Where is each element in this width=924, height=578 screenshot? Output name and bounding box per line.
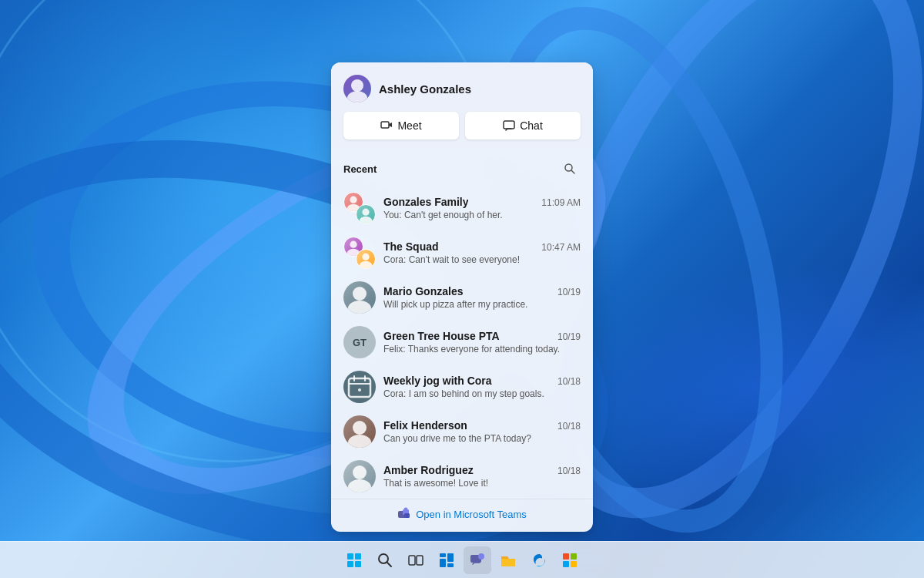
svg-rect-38: [440, 559, 446, 567]
svg-point-20: [358, 388, 361, 391]
avatar: [343, 281, 376, 314]
svg-point-10: [350, 241, 357, 248]
svg-rect-45: [563, 561, 569, 567]
chat-button[interactable]: Chat: [465, 112, 581, 139]
list-item[interactable]: Weekly jog with Cora 10/18 Cora: I am so…: [331, 365, 593, 409]
svg-rect-29: [347, 553, 353, 560]
conv-content: Weekly jog with Cora 10/18 Cora: I am so…: [383, 375, 581, 399]
svg-rect-44: [571, 553, 577, 560]
calendar-icon: [343, 371, 376, 403]
svg-line-5: [571, 170, 574, 173]
conv-preview: Felix: Thanks everyone for attending tod…: [383, 344, 581, 355]
user-name: Ashley Gonzales: [379, 82, 471, 96]
conv-time: 10/19: [557, 331, 581, 342]
svg-point-42: [478, 553, 484, 560]
avatar: [343, 371, 376, 403]
conv-preview: Will pick up pizza after my practice.: [383, 299, 581, 310]
conv-preview: Can you drive me to the PTA today?: [383, 433, 581, 444]
svg-rect-32: [355, 561, 361, 567]
action-buttons: Meet Chat: [331, 112, 593, 149]
conv-name: The Squad: [383, 240, 439, 253]
search-icon: [564, 163, 576, 175]
conv-content: Felix Henderson 10/18 Can you drive me t…: [383, 419, 581, 444]
svg-point-27: [404, 508, 408, 512]
conv-preview: Cora: I am so behind on my step goals.: [383, 388, 581, 399]
list-item[interactable]: GT Green Tree House PTA 10/19 Felix: Tha…: [331, 320, 593, 365]
svg-rect-30: [355, 553, 361, 560]
taskbar: [0, 541, 924, 578]
conv-content: Green Tree House PTA 10/19 Felix: Thanks…: [383, 330, 581, 355]
chat-taskbar-button[interactable]: [464, 546, 491, 574]
conv-name: Gonzales Family: [383, 196, 468, 208]
conv-name: Felix Henderson: [383, 419, 467, 432]
svg-point-24: [348, 479, 371, 492]
svg-point-6: [350, 197, 357, 203]
conv-content: Amber Rodriguez 10/18 That is awesome! L…: [383, 464, 581, 489]
list-item[interactable]: The Squad 10:47 AM Cora: Can't wait to s…: [331, 230, 593, 275]
avatar: GT: [343, 326, 376, 358]
recent-header: Recent: [331, 149, 593, 186]
conversation-list: Gonzales Family 11:09 AM You: Can't get …: [331, 186, 593, 499]
list-item[interactable]: Felix Henderson 10/18 Can you drive me t…: [331, 409, 593, 454]
svg-point-14: [353, 287, 367, 301]
svg-point-9: [360, 217, 373, 223]
conv-content: The Squad 10:47 AM Cora: Can't wait to s…: [383, 240, 581, 265]
svg-rect-31: [347, 561, 353, 567]
widgets-button[interactable]: [433, 546, 460, 574]
svg-point-13: [360, 261, 373, 268]
user-avatar: [343, 75, 371, 102]
chat-panel: Ashley Gonzales Meet Chat Recent: [331, 62, 593, 532]
avatar: [343, 192, 376, 224]
svg-point-21: [353, 421, 367, 435]
svg-rect-40: [447, 563, 454, 567]
svg-rect-46: [571, 561, 577, 567]
svg-rect-16: [349, 378, 370, 397]
panel-footer: Open in Microsoft Teams: [331, 499, 593, 532]
svg-point-15: [348, 301, 371, 314]
conv-preview: Cora: Can't wait to see everyone!: [383, 254, 581, 265]
conv-name: Amber Rodriguez: [383, 464, 474, 476]
svg-rect-39: [447, 553, 454, 562]
svg-rect-36: [417, 556, 423, 565]
list-item[interactable]: Gonzales Family 11:09 AM You: Can't get …: [331, 186, 593, 230]
svg-rect-35: [409, 556, 415, 565]
svg-rect-37: [440, 553, 446, 557]
meet-button[interactable]: Meet: [343, 112, 459, 139]
svg-point-0: [351, 79, 363, 92]
panel-header: Ashley Gonzales: [331, 62, 593, 112]
file-explorer-button[interactable]: [494, 546, 522, 574]
conv-content: Gonzales Family 11:09 AM You: Can't get …: [383, 196, 581, 220]
conv-time: 10/18: [557, 421, 581, 432]
conv-time: 10/19: [557, 287, 581, 297]
conv-time: 11:09 AM: [541, 197, 581, 208]
conv-name: Mario Gonzales: [383, 285, 463, 297]
svg-rect-43: [563, 553, 569, 560]
conv-name: Green Tree House PTA: [383, 330, 500, 342]
conv-content: Mario Gonzales 10/19 Will pick up pizza …: [383, 285, 581, 310]
list-item[interactable]: Mario Gonzales 10/19 Will pick up pizza …: [331, 275, 593, 320]
start-button[interactable]: [340, 546, 368, 574]
video-icon: [380, 119, 393, 132]
conv-time: 10/18: [557, 376, 581, 387]
search-button[interactable]: [559, 158, 581, 180]
conv-preview: You: Can't get enough of her.: [383, 210, 581, 220]
search-taskbar-button[interactable]: [371, 546, 399, 574]
svg-point-1: [347, 91, 367, 102]
store-button[interactable]: [556, 546, 584, 574]
svg-point-12: [362, 254, 369, 260]
conv-preview: That is awesome! Love it!: [383, 478, 581, 489]
conv-time: 10/18: [557, 465, 581, 476]
teams-icon: [397, 507, 411, 521]
edge-browser-button[interactable]: [525, 546, 553, 574]
conv-name: Weekly jog with Cora: [383, 375, 492, 387]
svg-point-8: [362, 209, 369, 216]
task-view-button[interactable]: [402, 546, 430, 574]
conv-time: 10:47 AM: [541, 242, 581, 253]
list-item[interactable]: Amber Rodriguez 10/18 That is awesome! L…: [331, 454, 593, 499]
svg-rect-3: [504, 121, 514, 129]
recent-label: Recent: [343, 163, 377, 175]
avatar: [343, 415, 376, 448]
chat-icon: [503, 119, 515, 132]
avatar: [343, 460, 376, 492]
open-teams-button[interactable]: Open in Microsoft Teams: [397, 507, 527, 521]
